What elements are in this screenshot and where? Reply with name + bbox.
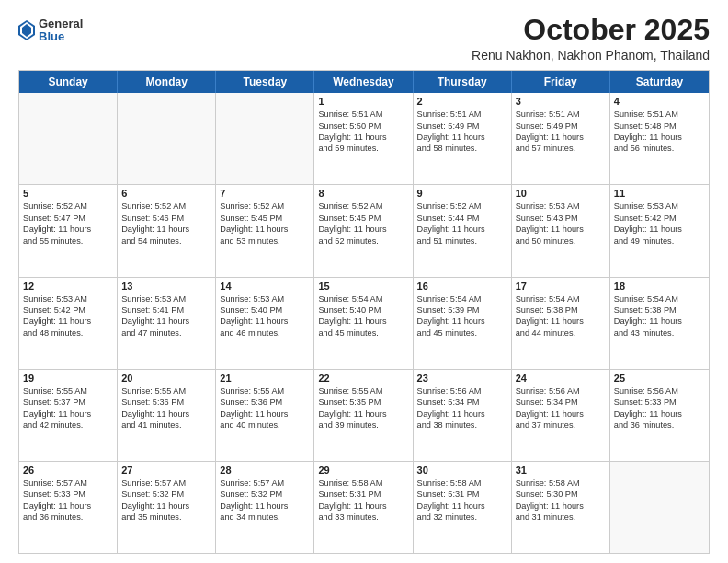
calendar-cell (216, 93, 314, 184)
calendar-week-5: 26Sunrise: 5:57 AMSunset: 5:33 PMDayligh… (19, 461, 709, 553)
cell-line: Sunset: 5:40 PM (318, 304, 408, 316)
month-title: October 2025 (472, 14, 710, 46)
cell-line: Sunset: 5:43 PM (516, 213, 606, 224)
cell-line: Sunrise: 5:52 AM (23, 201, 113, 212)
cell-line: Sunrise: 5:55 AM (23, 385, 113, 396)
day-number: 23 (417, 373, 507, 384)
cell-line: and 36 minutes. (614, 419, 705, 431)
calendar-cell (118, 93, 216, 184)
cell-line: and 45 minutes. (417, 327, 507, 339)
calendar-cell: 16Sunrise: 5:54 AMSunset: 5:39 PMDayligh… (414, 278, 512, 369)
day-number: 17 (516, 281, 606, 292)
cell-line: and 57 minutes. (516, 143, 606, 154)
cell-line: Sunrise: 5:56 AM (516, 385, 606, 396)
cell-line: and 51 minutes. (417, 236, 507, 247)
cell-line: and 44 minutes. (516, 327, 606, 339)
header: General Blue October 2025 Renu Nakhon, N… (18, 14, 710, 63)
cell-line: Sunrise: 5:58 AM (516, 477, 606, 488)
calendar-week-3: 12Sunrise: 5:53 AMSunset: 5:42 PMDayligh… (19, 277, 709, 369)
cell-line: Sunset: 5:34 PM (516, 396, 606, 408)
calendar-cell: 7Sunrise: 5:52 AMSunset: 5:45 PMDaylight… (216, 185, 314, 276)
cell-line: Sunrise: 5:51 AM (417, 109, 507, 120)
cell-line: Sunset: 5:35 PM (318, 396, 408, 408)
cell-line: Sunrise: 5:56 AM (614, 385, 705, 396)
day-number: 3 (516, 96, 606, 107)
cell-line: and 31 minutes. (516, 511, 606, 523)
header-day-saturday: Saturday (610, 71, 709, 93)
cell-line: Sunrise: 5:58 AM (318, 477, 408, 488)
cell-line: and 33 minutes. (318, 511, 408, 523)
cell-line: Sunrise: 5:55 AM (220, 385, 310, 396)
logo-icon (18, 20, 35, 40)
cell-line: Sunrise: 5:53 AM (121, 293, 211, 304)
calendar-cell: 29Sunrise: 5:58 AMSunset: 5:31 PMDayligh… (314, 462, 413, 553)
cell-line: Daylight: 11 hours (23, 224, 113, 235)
cell-line: and 43 minutes. (614, 327, 705, 339)
cell-line: and 40 minutes. (220, 419, 310, 431)
cell-line: Daylight: 11 hours (121, 316, 211, 327)
calendar-week-2: 5Sunrise: 5:52 AMSunset: 5:47 PMDaylight… (19, 184, 709, 276)
calendar-cell: 19Sunrise: 5:55 AMSunset: 5:37 PMDayligh… (19, 370, 118, 461)
cell-line: Daylight: 11 hours (417, 132, 507, 143)
calendar-cell: 31Sunrise: 5:58 AMSunset: 5:30 PMDayligh… (512, 462, 610, 553)
cell-line: Sunset: 5:45 PM (318, 213, 408, 224)
day-number: 5 (23, 188, 113, 199)
cell-line: Daylight: 11 hours (516, 500, 606, 511)
cell-line: Daylight: 11 hours (417, 224, 507, 235)
cell-line: and 37 minutes. (516, 419, 606, 431)
cell-line: Sunrise: 5:57 AM (23, 477, 113, 488)
cell-line: Sunrise: 5:54 AM (318, 293, 408, 304)
calendar-cell: 11Sunrise: 5:53 AMSunset: 5:42 PMDayligh… (610, 185, 709, 276)
cell-line: and 39 minutes. (318, 419, 408, 431)
cell-line: Sunset: 5:47 PM (23, 213, 113, 224)
cell-line: and 35 minutes. (121, 511, 211, 523)
calendar-cell: 21Sunrise: 5:55 AMSunset: 5:36 PMDayligh… (216, 370, 314, 461)
header-day-wednesday: Wednesday (314, 71, 413, 93)
logo-blue: Blue (39, 30, 83, 43)
calendar-cell: 8Sunrise: 5:52 AMSunset: 5:45 PMDaylight… (314, 185, 413, 276)
cell-line: Daylight: 11 hours (318, 316, 408, 327)
cell-line: and 38 minutes. (417, 419, 507, 431)
cell-line: Sunrise: 5:51 AM (614, 109, 705, 120)
cell-line: Daylight: 11 hours (23, 316, 113, 327)
calendar-cell: 18Sunrise: 5:54 AMSunset: 5:38 PMDayligh… (610, 278, 709, 369)
day-number: 10 (516, 188, 606, 199)
calendar-cell: 13Sunrise: 5:53 AMSunset: 5:41 PMDayligh… (118, 278, 216, 369)
cell-line: Daylight: 11 hours (614, 408, 705, 419)
cell-line: Sunrise: 5:55 AM (318, 385, 408, 396)
cell-line: Daylight: 11 hours (318, 408, 408, 419)
day-number: 29 (318, 465, 408, 476)
cell-line: and 59 minutes. (318, 143, 408, 154)
day-number: 18 (614, 281, 705, 292)
cell-line: Sunset: 5:42 PM (614, 213, 705, 224)
cell-line: Sunrise: 5:52 AM (121, 201, 211, 212)
logo-text: General Blue (39, 17, 83, 44)
cell-line: Daylight: 11 hours (220, 408, 310, 419)
cell-line: Sunset: 5:33 PM (23, 488, 113, 500)
cell-line: Sunset: 5:38 PM (516, 304, 606, 316)
day-number: 11 (614, 188, 705, 199)
day-number: 25 (614, 373, 705, 384)
day-number: 31 (516, 465, 606, 476)
day-number: 14 (220, 281, 310, 292)
cell-line: Sunrise: 5:53 AM (614, 201, 705, 212)
cell-line: Daylight: 11 hours (23, 408, 113, 419)
cell-line: Sunset: 5:39 PM (417, 304, 507, 316)
calendar-cell: 25Sunrise: 5:56 AMSunset: 5:33 PMDayligh… (610, 370, 709, 461)
cell-line: Daylight: 11 hours (417, 316, 507, 327)
day-number: 12 (23, 281, 113, 292)
day-number: 21 (220, 373, 310, 384)
cell-line: Sunset: 5:44 PM (417, 213, 507, 224)
cell-line: Sunset: 5:36 PM (220, 396, 310, 408)
cell-line: Daylight: 11 hours (220, 316, 310, 327)
calendar-week-4: 19Sunrise: 5:55 AMSunset: 5:37 PMDayligh… (19, 369, 709, 461)
calendar-cell: 6Sunrise: 5:52 AMSunset: 5:46 PMDaylight… (118, 185, 216, 276)
cell-line: Sunrise: 5:53 AM (23, 293, 113, 304)
day-number: 8 (318, 188, 408, 199)
day-number: 28 (220, 465, 310, 476)
cell-line: Daylight: 11 hours (220, 224, 310, 235)
cell-line: and 32 minutes. (417, 511, 507, 523)
title-block: October 2025 Renu Nakhon, Nakhon Phanom,… (472, 14, 710, 63)
cell-line: Sunset: 5:49 PM (417, 121, 507, 132)
cell-line: Sunrise: 5:57 AM (220, 477, 310, 488)
